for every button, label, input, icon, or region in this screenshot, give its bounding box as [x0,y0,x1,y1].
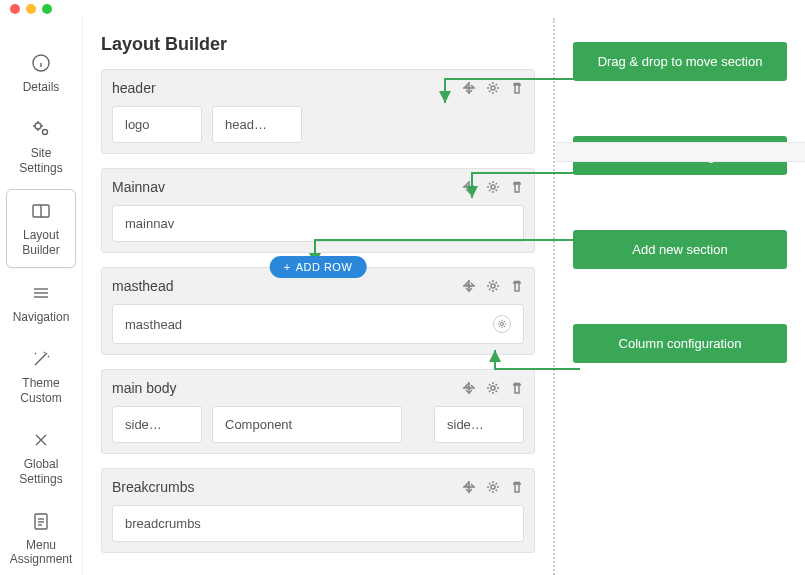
annotation-callout: Drag & drop to move section [573,42,787,81]
layout-column[interactable]: masthead [112,304,524,344]
add-row-label: ADD ROW [296,261,353,273]
layout-column[interactable]: mainnav [112,205,524,242]
window-titlebar [0,0,805,18]
sidebar-item-global-settings[interactable]: Global Settings [6,419,76,496]
gear-icon[interactable] [493,315,511,333]
sidebar-item-label: Layout Builder [11,228,71,257]
svg-point-17 [491,185,495,189]
annotation-callout: Add new section [573,230,787,269]
sidebar-item-menu-assignment[interactable]: Menu Assignment [6,500,76,575]
column-label: Component [225,417,292,432]
move-icon[interactable] [462,180,476,194]
svg-point-15 [491,86,495,90]
column-label: head… [225,117,267,132]
sidebar: DetailsSite SettingsLayout BuilderNaviga… [0,18,83,575]
layout-column[interactable]: logo [112,106,202,143]
layout-section[interactable]: mastheadmasthead [101,267,535,355]
section-title: masthead [112,278,173,294]
trash-icon[interactable] [510,81,524,95]
tools-icon [30,429,52,451]
svg-point-24 [491,485,495,489]
column-label: side… [447,417,484,432]
clip-icon [30,510,52,532]
svg-point-22 [491,386,495,390]
layout-column[interactable]: side… [434,406,524,443]
section-title: header [112,80,156,96]
sidebar-item-site-settings[interactable]: Site Settings [6,108,76,185]
layout-section[interactable]: Mainnavmainnav [101,168,535,253]
wand-icon [30,348,52,370]
section-title: Mainnav [112,179,165,195]
sidebar-item-label: Details [23,80,60,94]
annotation-callout: Column configuration [573,324,787,363]
trash-icon[interactable] [510,180,524,194]
info-icon [30,52,52,74]
layout-section[interactable]: headerlogohead… [101,69,535,154]
gears-icon [30,118,52,140]
maximize-icon[interactable] [42,4,52,14]
page-title: Layout Builder [101,34,535,55]
move-icon[interactable] [462,279,476,293]
sidebar-item-label: Menu Assignment [10,538,73,567]
gear-icon[interactable] [486,180,500,194]
svg-point-20 [501,323,504,326]
sidebar-item-navigation[interactable]: Navigation [6,272,76,334]
close-icon[interactable] [10,4,20,14]
sidebar-item-label: Theme Custom [10,376,72,405]
gear-icon[interactable] [486,381,500,395]
column-label: masthead [125,317,182,332]
panel-strip [555,142,805,162]
sidebar-item-label: Navigation [13,310,70,324]
section-title: main body [112,380,177,396]
section-title: Breakcrumbs [112,479,194,495]
gear-icon[interactable] [486,279,500,293]
nav-icon [30,282,52,304]
sidebar-item-theme-custom[interactable]: Theme Custom [6,338,76,415]
annotation-panel: Drag & drop to move sectionRow/section c… [555,18,805,575]
trash-icon[interactable] [510,279,524,293]
column-label: side… [125,417,162,432]
layout-section[interactable]: main bodyside…Componentside… [101,369,535,454]
column-label: breadcrumbs [125,516,201,531]
sidebar-item-label: Global Settings [10,457,72,486]
svg-point-4 [43,130,48,135]
layout-column[interactable]: side… [112,406,202,443]
sidebar-item-details[interactable]: Details [6,42,76,104]
plus-icon: + [284,261,291,273]
move-icon[interactable] [462,480,476,494]
move-icon[interactable] [462,381,476,395]
minimize-icon[interactable] [26,4,36,14]
svg-point-3 [35,123,41,129]
sidebar-item-layout-builder[interactable]: Layout Builder [6,189,76,268]
add-row-button[interactable]: +ADD ROW [270,256,367,278]
layout-icon [30,200,52,222]
trash-icon[interactable] [510,381,524,395]
sidebar-item-label: Site Settings [10,146,72,175]
gear-icon[interactable] [486,480,500,494]
trash-icon[interactable] [510,480,524,494]
svg-point-19 [491,284,495,288]
layout-section[interactable]: Breakcrumbsbreadcrumbs [101,468,535,553]
layout-column[interactable]: head… [212,106,302,143]
move-icon[interactable] [462,81,476,95]
layout-column[interactable]: breadcrumbs [112,505,524,542]
layout-column[interactable]: Component [212,406,402,443]
gear-icon[interactable] [486,81,500,95]
column-label: mainnav [125,216,174,231]
main-content: Layout Builder headerlogohead…Mainnavmai… [83,18,555,575]
column-label: logo [125,117,150,132]
